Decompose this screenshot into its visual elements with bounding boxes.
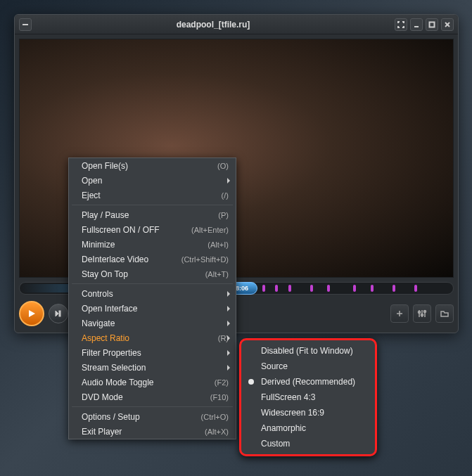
step-forward-button[interactable] xyxy=(49,304,68,323)
aspect-option-anamorphic[interactable]: Anamorphic xyxy=(241,420,375,436)
submenu-item-label: Widescreen 16:9 xyxy=(261,408,324,418)
aspect-option-derived-recommended[interactable]: Derived (Recommended) xyxy=(241,374,375,390)
menu-separator xyxy=(72,406,233,407)
submenu-arrow-icon xyxy=(227,291,230,297)
menu-item-eject[interactable]: Eject(/) xyxy=(69,188,236,202)
menu-item-label: Open File(s) xyxy=(82,161,217,171)
radio-selected-icon xyxy=(248,379,254,385)
submenu-item-label: Disabled (Fit to Window) xyxy=(261,346,353,356)
submenu-arrow-icon xyxy=(227,321,230,326)
menu-item-shortcut: (Alt+T) xyxy=(205,270,229,278)
menu-item-shortcut: (Alt+X) xyxy=(205,427,229,436)
menu-item-shortcut: (/) xyxy=(222,191,229,200)
submenu-arrow-icon xyxy=(227,365,230,371)
chapter-mark[interactable] xyxy=(262,285,265,292)
menu-item-label: DeInterlace Video xyxy=(82,255,181,264)
menu-item-label: Navigate xyxy=(82,319,229,328)
menu-item-label: Stream Selection xyxy=(82,363,229,373)
chapter-mark[interactable] xyxy=(371,285,374,292)
window-menu-button[interactable] xyxy=(19,18,32,31)
play-button[interactable] xyxy=(19,301,44,326)
submenu-item-label: FullScreen 4:3 xyxy=(261,392,315,402)
menu-item-navigate[interactable]: Navigate xyxy=(69,316,236,330)
menu-item-shortcut: (F10) xyxy=(210,393,229,401)
menu-item-options-setup[interactable]: Options / Setup(Ctrl+O) xyxy=(69,409,236,424)
submenu-arrow-icon xyxy=(227,335,230,341)
aspect-option-disabled-fit-to-window[interactable]: Disabled (Fit to Window) xyxy=(241,343,375,359)
menu-item-label: Aspect Ratio xyxy=(82,333,218,343)
submenu-item-label: Custom xyxy=(261,439,290,449)
chapter-mark[interactable] xyxy=(327,285,330,292)
aspect-option-custom[interactable]: Custom xyxy=(241,436,375,451)
aspect-option-widescreen-16-9[interactable]: Widescreen 16:9 xyxy=(241,405,375,420)
chapter-mark[interactable] xyxy=(414,285,417,292)
menu-separator xyxy=(72,205,233,205)
menu-item-label: Minimize xyxy=(82,240,208,250)
menu-item-stay-on-top[interactable]: Stay On Top(Alt+T) xyxy=(69,266,236,281)
svg-rect-2 xyxy=(430,22,435,27)
menu-item-label: Open Interface xyxy=(82,304,229,314)
aspect-ratio-submenu: Disabled (Fit to Window)SourceDerived (R… xyxy=(239,338,377,456)
aspect-option-fullscreen-4-3[interactable]: FullScreen 4:3 xyxy=(241,390,375,405)
context-menu: Open File(s)(O)OpenEject(/)Play / Pause(… xyxy=(68,157,236,439)
menu-item-shortcut: (P) xyxy=(218,211,229,219)
equalizer-button[interactable] xyxy=(413,304,431,323)
menu-item-minimize[interactable]: Minimize(Alt+I) xyxy=(69,237,236,252)
menu-item-label: Filter Properties xyxy=(82,348,229,358)
aspect-option-source[interactable]: Source xyxy=(241,359,375,374)
menu-item-label: Stay On Top xyxy=(82,269,205,279)
svg-rect-7 xyxy=(59,311,60,316)
menu-item-open[interactable]: Open xyxy=(69,173,236,188)
chapter-mark[interactable] xyxy=(288,285,291,292)
submenu-item-label: Derived (Recommended) xyxy=(261,377,355,387)
menu-item-shortcut: (Ctrl+O) xyxy=(201,413,229,421)
open-file-button[interactable] xyxy=(435,304,454,323)
svg-marker-5 xyxy=(29,310,35,317)
menu-item-controls[interactable]: Controls xyxy=(69,286,236,301)
menu-item-label: Play / Pause xyxy=(82,210,218,220)
chapter-mark[interactable] xyxy=(393,285,395,292)
menu-item-shortcut: (Alt+Enter) xyxy=(191,226,229,234)
submenu-arrow-icon xyxy=(227,306,230,311)
menu-item-filter-properties[interactable]: Filter Properties xyxy=(69,345,236,360)
submenu-item-label: Source xyxy=(261,361,288,371)
menu-item-shortcut: (Ctrl+Shift+D) xyxy=(181,255,229,264)
zoom-button[interactable] xyxy=(390,304,409,323)
submenu-arrow-icon xyxy=(227,350,230,356)
svg-marker-6 xyxy=(56,311,58,316)
menu-item-label: Open xyxy=(82,176,229,186)
menu-item-label: Controls xyxy=(82,289,229,299)
menu-item-open-file-s[interactable]: Open File(s)(O) xyxy=(69,158,236,173)
chapter-mark[interactable] xyxy=(275,285,278,292)
menu-separator xyxy=(72,283,233,284)
chapter-mark[interactable] xyxy=(310,285,313,292)
menu-item-exit-player[interactable]: Exit Player(Alt+X) xyxy=(69,424,236,439)
close-button[interactable] xyxy=(441,18,454,31)
submenu-item-label: Anamorphic xyxy=(261,423,306,433)
menu-item-label: Options / Setup xyxy=(82,412,201,422)
window-title: deadpool_[tfile.ru] xyxy=(32,20,395,30)
titlebar: deadpool_[tfile.ru] xyxy=(15,15,458,34)
submenu-arrow-icon xyxy=(227,178,230,184)
menu-item-label: DVD Mode xyxy=(82,392,210,402)
menu-item-label: Eject xyxy=(82,191,222,200)
menu-item-shortcut: (O) xyxy=(217,162,229,170)
menu-item-label: Exit Player xyxy=(82,427,205,437)
menu-item-label: Audio Mode Toggle xyxy=(82,378,215,387)
menu-item-shortcut: (Alt+I) xyxy=(208,240,229,249)
menu-item-open-interface[interactable]: Open Interface xyxy=(69,301,236,316)
menu-item-deinterlace-video[interactable]: DeInterlace Video(Ctrl+Shift+D) xyxy=(69,252,236,266)
menu-item-aspect-ratio[interactable]: Aspect Ratio(R) xyxy=(69,330,236,345)
maximize-button[interactable] xyxy=(426,18,438,31)
minimize-button[interactable] xyxy=(410,18,423,31)
fullscreen-button[interactable] xyxy=(395,18,407,31)
menu-item-dvd-mode[interactable]: DVD Mode(F10) xyxy=(69,390,236,404)
menu-item-label: Fullscreen ON / OFF xyxy=(82,225,191,235)
menu-item-play-pause[interactable]: Play / Pause(P) xyxy=(69,207,236,222)
menu-item-fullscreen-on-off[interactable]: Fullscreen ON / OFF(Alt+Enter) xyxy=(69,222,236,237)
menu-item-audio-mode-toggle[interactable]: Audio Mode Toggle(F2) xyxy=(69,375,236,390)
chapter-mark[interactable] xyxy=(353,285,356,292)
menu-item-stream-selection[interactable]: Stream Selection xyxy=(69,360,236,375)
menu-item-shortcut: (F2) xyxy=(215,378,229,387)
